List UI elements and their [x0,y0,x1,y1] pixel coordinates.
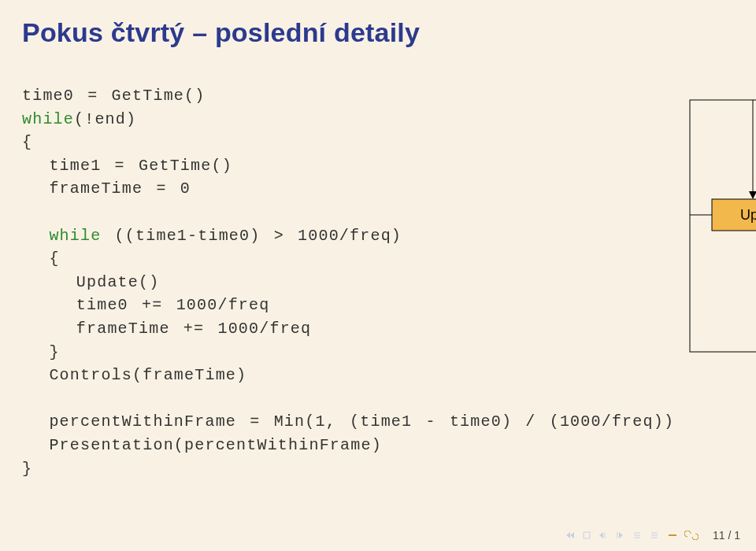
code-line: } [22,343,60,361]
nav-first-icon[interactable] [565,531,576,540]
code-block: time0 = GetTime() while(!end) { time1 = … [22,84,674,480]
slide-title: Pokus čtvrtý – poslední detaily [0,0,756,54]
svg-marker-7 [599,532,603,538]
code-line: ((time1-time0) > 1000/freq) [101,227,402,245]
code-line: (!end) [74,110,136,128]
svg-rect-6 [584,532,590,538]
code-line: frameTime += 1000/freq [22,320,311,338]
code-line: Controls(frameTime) [22,366,246,384]
diagram-area: Update Vstupy Prezentace [674,84,756,480]
svg-marker-4 [566,532,570,538]
nav-prev-icon[interactable] [598,531,609,540]
code-line: frameTime = 0 [22,179,191,198]
nav-icons [565,531,699,540]
svg-marker-5 [570,532,574,538]
nav-undo-redo-icon[interactable] [684,531,699,540]
flow-diagram: Update Vstupy Prezentace [674,92,756,375]
code-line: time1 = GetTime() [22,157,232,175]
nav-next-icon[interactable] [615,531,626,540]
arrowhead-icon [749,191,756,199]
code-line: time0 += 1000/freq [22,296,269,314]
page-number: 11 / 1 [713,529,740,542]
nav-section-next-icon[interactable] [650,531,661,540]
code-line: Update() [22,273,159,291]
code-line: percentWithinFrame = Min(1, (time1 - tim… [22,412,674,431]
keyword-while: while [22,110,74,128]
code-line: time0 = GetTime() [22,87,205,105]
code-line: Presentation(percentWithinFrame) [22,436,382,454]
slide-content: time0 = GetTime() while(!end) { time1 = … [0,54,756,480]
nav-section-prev-icon[interactable] [632,531,643,540]
svg-marker-9 [619,532,623,538]
keyword-while: while [22,227,101,245]
footer: 11 / 1 [565,529,740,542]
code-line: } [22,460,32,478]
nav-menu-icon[interactable] [667,531,678,540]
code-line: { [22,250,60,268]
code-line: { [22,133,32,151]
nav-back-icon[interactable] [582,531,591,540]
update-label: Update [740,207,756,223]
